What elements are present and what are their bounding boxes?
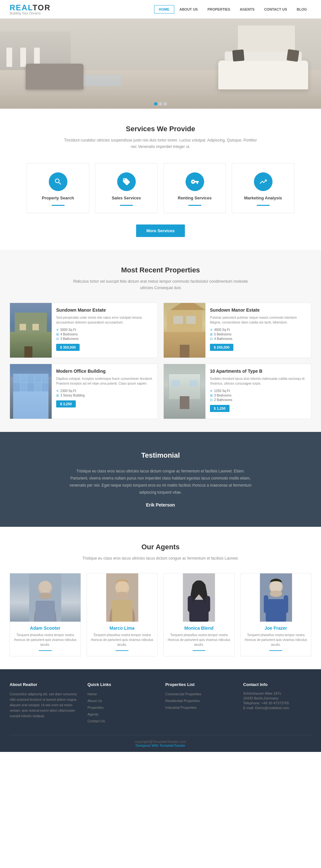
agent-photo-3 [164,574,234,622]
property-info-2: Sundown Manor Estate Pulvinar parturient… [206,303,311,358]
testimonial-title: Testimonial [10,451,311,460]
nav-agents[interactable]: AGENTS [235,5,259,13]
agent-card-3[interactable]: Monica Blend Torquent phasellus nostra t… [164,573,235,656]
agent-photo-4 [241,574,311,622]
property-info-1: Sundown Manor Estate Sed perspiciatis un… [52,303,157,358]
service-card-sales[interactable]: Sales Services [95,163,157,213]
property-desc-4: Sodales tincidunt lacus duis lobortis ma… [210,376,307,386]
footer-link-properties[interactable]: Properties [87,705,156,710]
agent-card-4[interactable]: Joe Frazer Torquent phasellus nostra tem… [241,573,312,656]
logo-text: REALTOR [10,3,51,12]
footer-contact-title: Contact Info [243,682,312,687]
services-title: Services We Provide [10,125,311,133]
property-title-4: 10 Apartments of Type B [210,369,307,374]
agent-desc-3: Torquent phasellus nostra tempor nostra … [164,632,234,647]
footer-quicklinks-title: Quick Links [87,682,156,687]
svg-rect-16 [206,596,210,612]
svg-point-3 [39,581,51,593]
properties-subtitle: Ridiculus tortor vel suscipit felis dict… [67,278,254,291]
properties-header: Most Recent Properties Ridiculus tortor … [10,266,311,291]
footer-about-title: About Realtor [10,682,78,687]
service-card-search[interactable]: Property Search [27,163,89,213]
footer-bottom: copyright@TemplateToaster.com Designed W… [10,735,311,752]
property-title-2: Sundown Manor Estate [210,307,307,313]
properties-title: Most Recent Properties [10,266,311,274]
footer-about-text: Consectetur adipiscing elit, sed diam no… [10,691,78,719]
property-features-1: ✕ 5000 Sq Ft ⊞ 4 Bedrooms ⊡ 3 Bathrooms [56,328,153,341]
property-card-4[interactable]: 10 Apartments of Type B Sodales tincidun… [164,364,311,419]
nav-properties[interactable]: PROPERTIES [203,5,235,13]
agent-photo-2 [87,574,157,622]
agent-desc-4: Torquent phasellus nostra tempor nostra … [241,632,311,647]
property-desc-3: Dapibus volutpat. Inceptos scelerisque f… [56,376,153,386]
nav-contact[interactable]: CONTACT US [260,5,291,13]
property-card-1[interactable]: Sundown Manor Estate Sed perspiciatis un… [10,303,157,358]
property-features-3: ✕2300 Sq Ft ⊞3 Storey Building [56,389,153,397]
footer-grid: About Realtor Consectetur adipiscing eli… [10,682,311,725]
testimonial-text: Tristique eu class eros lacus ultricies … [67,468,254,496]
property-features-4: ✕1250 Sq Ft ⊞3 Bedrooms ⊡2 Bathrooms [210,389,307,402]
svg-rect-15 [188,596,192,612]
footer-link-agents[interactable]: Agents [87,712,156,716]
nav-home[interactable]: HOME [154,5,174,13]
property-price-2: $ 245,000 [210,344,234,351]
hero-dot-1[interactable] [154,102,157,105]
property-card-3[interactable]: Modern Office Building Dapibus volutpat.… [10,364,157,419]
svg-point-4 [39,593,52,599]
agents-subtitle: Tristique eu class eros lacus ultricies … [80,555,241,561]
service-divider-search [52,205,65,206]
chart-icon [254,173,273,191]
property-features-2: ✕4500 Sq Ft ⊞5 Bedrooms ⊡4 Bathrooms [210,328,307,341]
property-image-4 [164,364,206,419]
agent-card-1[interactable]: Adam Scooter Torquent phasellus nostra t… [10,573,81,656]
agent-desc-1: Torquent phasellus nostra tempor nostra … [10,632,80,647]
hero-dot-3[interactable] [164,102,167,105]
property-desc-1: Sed perspiciatis unde omnis iste natus e… [56,315,153,325]
footer-proplist-list: Commercial Properties Residential Proper… [165,691,234,710]
agent-card-2[interactable]: Marco Lima Torquent phasellus nostra tem… [87,573,158,656]
footer-designed-by[interactable]: Designed With TemplateToaster [136,744,185,747]
property-title-1: Sundown Manor Estate [56,307,153,313]
key-icon [185,173,204,191]
footer-contact-line-1: Schönhauser Allee 167c [243,691,312,695]
footer-copyright: copyright@TemplateToaster.com [135,740,186,744]
property-info-3: Modern Office Building Dapibus volutpat.… [52,364,157,419]
footer-link-about[interactable]: About Us [87,698,156,703]
footer-link-home[interactable]: Home [87,691,156,696]
nav-about[interactable]: ABOUT US [175,5,202,13]
agents-title: Our Agents [10,543,311,551]
agent-divider-3 [192,650,206,651]
footer-link-contact[interactable]: Contact Us [87,718,156,723]
prop-baths-1: ⊡ 3 Bathrooms [56,337,153,341]
more-services-button[interactable]: More Services [136,224,185,237]
service-cards-row: Property Search Sales Services Renting S… [10,163,311,213]
agent-desc-2: Torquent phasellus nostra tempor nostra … [87,632,157,647]
agents-header: Our Agents Tristique eu class eros lacus… [10,543,311,561]
testimonial-author: Erik Peterson [10,502,311,507]
service-card-renting[interactable]: Renting Services [164,163,226,213]
footer-quicklinks: Quick Links Home About Us Properties Age… [87,682,156,725]
prop-beds-1: ⊞ 4 Bedrooms [56,333,153,336]
svg-rect-19 [265,599,286,622]
properties-section: Most Recent Properties Ridiculus tortor … [0,250,321,432]
property-card-2[interactable]: Sundown Manor Estate Pulvinar parturient… [164,303,311,358]
svg-rect-22 [263,595,268,613]
footer-about: About Realtor Consectetur adipiscing eli… [10,682,78,725]
service-card-marketing[interactable]: Marketing Analysis [232,163,294,213]
service-name-search: Property Search [33,195,83,200]
footer-contact-line-4: E-mail: Demo@realideal.com [243,706,312,710]
svg-point-20 [270,581,282,592]
service-divider-marketing [257,205,270,206]
hero-dot-2[interactable] [159,102,162,105]
agent-name-4: Joe Frazer [241,625,311,631]
property-image-1 [10,303,52,358]
footer-contact-line-2: 10435 Berlin,Germany [243,696,312,700]
agent-name-3: Monica Blend [164,625,234,631]
service-name-renting: Renting Services [170,195,220,200]
tag-icon [117,173,136,191]
property-title-3: Modern Office Building [56,369,153,374]
nav-blog[interactable]: BLOG [292,5,311,13]
hero-background [0,19,321,109]
service-divider-sales [120,205,133,206]
logo: REALTOR Building Your Dreams [10,3,51,15]
